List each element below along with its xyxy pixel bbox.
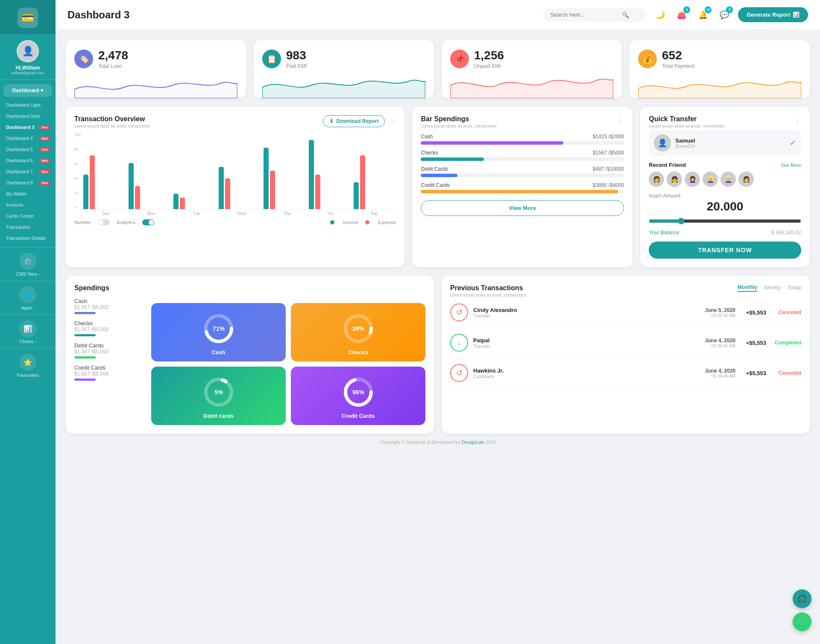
globe-icon[interactable]: 🌐 (19, 286, 36, 303)
footer-link[interactable]: DexignLab (462, 440, 484, 445)
tx-type-1: Transfer (473, 313, 700, 318)
bell-button[interactable]: 🔔 12 (695, 7, 711, 23)
legend-number: Number (74, 220, 91, 225)
friend-avatar-1[interactable]: 👩 (649, 172, 664, 187)
unpaid-emi-wave (450, 73, 613, 98)
view-more-button[interactable]: View More (421, 200, 624, 216)
friend-avatar-6[interactable]: 👩 (738, 172, 754, 187)
sidebar-item-dashboard-5[interactable]: Dashboard 5 New (0, 144, 56, 155)
tx-icon-refresh: ↺ (450, 303, 468, 321)
footer: Copyright © Designed & Developed by Dexi… (66, 434, 810, 448)
analytics-toggle[interactable] (142, 219, 154, 225)
transaction-item-3: ↺ Hawkins Jr. Cashback June 4, 2020 05:3… (450, 358, 801, 388)
sidebar-item-dashboard-3[interactable]: Dashboard 3 New (0, 122, 56, 133)
balance-row: Your Balance $ 456,345.62 (649, 230, 801, 236)
check-icon: ✓ (790, 138, 796, 148)
donut-chart-cash: 71% (202, 312, 236, 346)
favourites-label[interactable]: Favourites (17, 373, 38, 378)
spend-amount-credit: $3890 /$4000 (593, 182, 624, 188)
bar-group-tue (173, 194, 216, 209)
charts-label[interactable]: Charts › (20, 339, 36, 344)
amount-slider[interactable] (649, 218, 801, 224)
apps-label[interactable]: Apps › (21, 305, 34, 310)
sidebar-section-cms: ⚙️ CMS New › (0, 247, 56, 279)
star-icon[interactable]: ⭐ (19, 354, 36, 371)
sidebar-item-invoices[interactable]: Invoices (0, 199, 56, 210)
float-support-button[interactable]: 🎧 (793, 589, 811, 608)
friends-avatars: 👩 👧 👩‍🦱 👱‍♀️ 👩‍🦳 👩 (649, 172, 801, 187)
sidebar-item-dashboard-6[interactable]: Dashboard 6 New (0, 155, 56, 166)
spending-cash-amount: $1,567 /$5,000 (74, 304, 143, 310)
search-bar[interactable]: 🔍 (543, 8, 646, 22)
middle-row: Transaction Overview Lorem ipsum dolor s… (66, 107, 810, 267)
new-badge: New (40, 159, 50, 163)
spend-row-credit: Credit Cards $3890 /$4000 (421, 182, 624, 193)
float-cart-button[interactable]: 🛒 (793, 612, 811, 631)
sidebar-item-dashboard-7[interactable]: Dashboard 7 New (0, 166, 56, 177)
new-badge: New (40, 148, 50, 152)
generate-report-button[interactable]: Generate Report 📊 (738, 7, 808, 22)
spendings-title: Spendings (74, 284, 425, 292)
number-toggle[interactable] (98, 219, 110, 225)
friend-avatar-4[interactable]: 👱‍♀️ (703, 172, 718, 187)
chart-y-axis: 020406080100 (74, 133, 81, 210)
spending-item-cash: Cash $1,567 /$5,000 (74, 298, 143, 314)
dashboard-dropdown-btn[interactable]: Dashboard ▾ (3, 84, 52, 97)
spending-credit-bar (74, 379, 96, 381)
friend-avatar-2[interactable]: 👧 (667, 172, 682, 187)
quick-transfer-more-button[interactable]: ⋮ (794, 115, 801, 125)
sidebar-item-cards-center[interactable]: Cards Center (0, 210, 56, 221)
gear-icon[interactable]: ⚙️ (19, 253, 36, 270)
sidebar-item-my-wallet[interactable]: My Wallet (0, 188, 56, 199)
tx-date-3: June 4, 2020 (705, 368, 735, 374)
spend-label-debit: Debit Cards (421, 166, 448, 172)
moon-icon: 🌙 (656, 10, 665, 20)
total-loan-value: 2,478 (98, 49, 128, 62)
sidebar-item-dashboard-8[interactable]: Dashboard 8 New (0, 177, 56, 188)
total-payment-wave (638, 73, 801, 98)
message-button[interactable]: 💬 5 (717, 7, 732, 23)
tx-status-1: Canceled (771, 309, 801, 315)
donut-checks: 30% Checks (291, 303, 425, 361)
more-options-button[interactable]: ⋯ (388, 117, 396, 126)
bar-group-wed (219, 167, 261, 209)
friend-avatar-3[interactable]: 👩‍🦱 (685, 172, 700, 187)
friend-avatar-5[interactable]: 👩‍🦳 (720, 172, 736, 187)
total-payment-label: Total Payment (662, 63, 694, 69)
sidebar-item-dashboard-light[interactable]: Dashboard Light (0, 99, 56, 111)
bar-teal (354, 182, 359, 209)
spending-debit-label: Debit Cards (74, 342, 143, 349)
chart-icon[interactable]: 📊 (19, 320, 36, 337)
qt-user-handle: @sam224 (675, 144, 695, 149)
svg-text:71%: 71% (212, 325, 225, 332)
sidebar-item-transaction-details[interactable]: Transaction Details (0, 233, 56, 244)
stat-card-total-loan: 🏷️ 2,478 Total Loan (66, 40, 246, 98)
tab-today[interactable]: Today (788, 285, 801, 291)
bar-teal (129, 163, 134, 209)
header: Dashboard 3 🔍 🌙 👛 2 🔔 12 💬 5 Generate Re (56, 0, 820, 30)
bar-group-thu (264, 148, 306, 209)
sidebar-item-dashboard-dark[interactable]: Dashboard Dark (0, 111, 56, 122)
moon-button[interactable]: 🌙 (653, 7, 668, 23)
search-input[interactable] (550, 12, 618, 18)
tx-amount-3: +$5,553 (741, 370, 766, 376)
donut-chart-credit: 96% (341, 375, 375, 409)
download-report-button[interactable]: ⬇ Download Report (323, 115, 385, 127)
quick-transfer-user: 👤 Samuel @sam224 ✓ (649, 130, 801, 156)
cms-label[interactable]: CMS New › (16, 271, 40, 277)
new-badge: New (40, 181, 50, 185)
tab-monthly[interactable]: Monthly (738, 284, 757, 292)
tx-time-1: 05:34:45 AM (705, 313, 735, 318)
transfer-now-button[interactable]: TRANSFER NOW (649, 242, 801, 259)
page-title: Dashboard 3 (67, 9, 536, 21)
see-more-link[interactable]: See More (781, 163, 801, 168)
tab-weekly[interactable]: Weekly (764, 285, 781, 291)
sidebar-item-transaction[interactable]: Transaction (0, 221, 56, 233)
transaction-list: ↺ Cindy Alexandro Transfer June 5, 2020 … (450, 297, 801, 388)
wallet-button[interactable]: 👛 2 (674, 7, 689, 23)
spending-item-checks: Checks $1,567 /$5,000 (74, 320, 143, 336)
sidebar-item-dashboard-4[interactable]: Dashboard 4 New (0, 133, 56, 144)
bar-spendings-more-button[interactable]: ⋮ (616, 115, 624, 125)
new-badge: New (40, 125, 50, 129)
spend-amount-checks: $1567 /$5000 (593, 150, 624, 156)
